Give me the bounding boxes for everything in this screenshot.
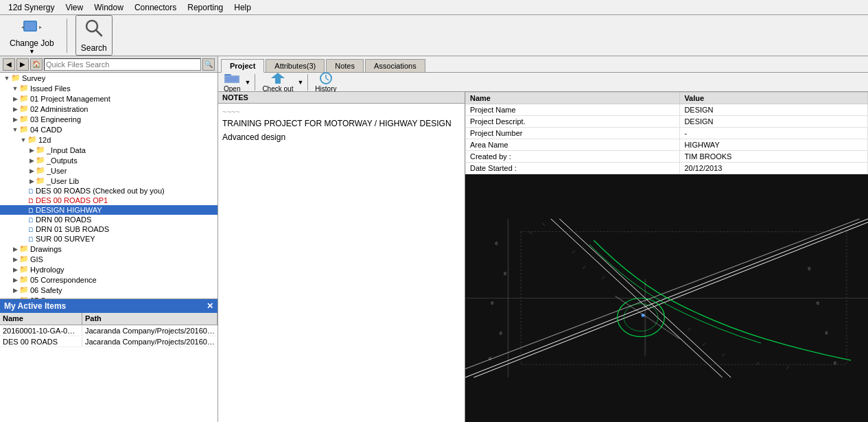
expander-hydrology[interactable]: ▶ [11, 266, 19, 273]
svg-line-24 [542, 223, 545, 226]
svg-line-28 [688, 328, 691, 331]
active-items-panel: My Active Items ✕ Name Path 20160001-10-… [0, 298, 218, 422]
svg-line-25 [572, 250, 575, 253]
expander-02[interactable]: ▶ [11, 106, 19, 113]
tree-item-hydrology[interactable]: ▶ 📁 Hydrology [0, 264, 218, 274]
props-name-5: Date Started : [466, 163, 680, 174]
tree-item-design-highway[interactable]: 🗋 DESIGN HIGHWAY [0, 205, 218, 215]
svg-text:c: c [834, 360, 836, 366]
active-items-col-name: Name [0, 313, 82, 325]
tree-item-drawings[interactable]: ▶ 📁 Drawings [0, 244, 218, 254]
expander-input[interactable]: ▶ [27, 147, 36, 154]
expander-gis[interactable]: ▶ [11, 256, 19, 263]
tree-item-outputs[interactable]: ▶ 📁 _Outputs [0, 155, 218, 165]
tree-item-01-project-mgmt[interactable]: ▶ 📁 01 Project Management [0, 93, 218, 104]
tree-item-04-cadd[interactable]: ▼ 📁 04 CADD [0, 124, 218, 134]
expander-06[interactable]: ▶ [11, 287, 19, 294]
expander-drawings[interactable]: ▶ [11, 246, 19, 253]
tree-item-des00-checked[interactable]: 🗋 DES 00 ROADS (Checked out by you) [0, 186, 218, 196]
tree-label-02: 02 Administration [30, 105, 88, 113]
tree-label-03: 03 Engineering [30, 115, 81, 124]
menu-item-window[interactable]: Window [89, 1, 129, 14]
tree-item-user-lib[interactable]: ▶ 📁 _User Lib [0, 176, 218, 186]
expander-03[interactable]: ▶ [11, 116, 19, 123]
tree-item-drn00[interactable]: 🗋 DRN 00 ROADS [0, 215, 218, 224]
folder-icon-issued: 📁 [19, 84, 29, 93]
expander-12d[interactable]: ▼ [19, 137, 27, 143]
menu-item-connectors[interactable]: Connectors [129, 1, 182, 14]
history-button[interactable]: History [312, 70, 339, 94]
tree-item-gis[interactable]: ▶ 📁 GIS [0, 254, 218, 264]
tree-item-02-admin[interactable]: ▶ 📁 02 Administration [0, 104, 218, 114]
active-item-path-1: Jacaranda Company/Projects/20160001 - En [82, 337, 218, 347]
active-items-row-0[interactable]: 20160001-10-GA-001.... Jacaranda Company… [0, 325, 218, 336]
folder-icon-input: 📁 [36, 145, 45, 154]
nav-back-button[interactable]: ◀ [3, 58, 15, 71]
expander-01[interactable]: ▶ [11, 95, 19, 102]
svg-text:c: c [491, 300, 493, 306]
main-toolbar: Change Job ▼ Search [0, 15, 868, 56]
quick-search-go-button[interactable]: 🔍 [202, 58, 215, 71]
tree-label-05: 05 Correspondence [30, 276, 97, 284]
tree-item-user[interactable]: ▶ 📁 _User [0, 165, 218, 176]
nav-up-button[interactable]: 🏠 [30, 58, 43, 71]
active-items-header: My Active Items ✕ [0, 299, 218, 313]
checkout-button[interactable]: Check out [259, 70, 296, 94]
menu-item-reporting[interactable]: Reporting [182, 1, 228, 14]
right-panel: Project Attributes(3) Notes Associations… [218, 56, 868, 422]
change-job-button[interactable]: Change Job ▼ [5, 15, 58, 56]
props-value-1: DESIGN [680, 116, 868, 128]
svg-point-22 [624, 304, 658, 331]
tree-item-sur00[interactable]: 🗋 SUR 00 SURVEY [0, 234, 218, 244]
tree-item-03-engineering[interactable]: ▶ 📁 03 Engineering [0, 114, 218, 124]
menu-item-view[interactable]: View [60, 1, 89, 14]
properties-panel: Name Value Project Name DESIGN Project D… [465, 92, 868, 422]
tree-label-04: 04 CADD [30, 126, 62, 134]
tree-item-06-safety[interactable]: ▶ 📁 06 Safety [0, 285, 218, 295]
menu-bar: 12d Synergy View Window Connectors Repor… [0, 0, 868, 15]
folder-icon-user: 📁 [36, 166, 45, 175]
tree-item-12d[interactable]: ▼ 📁 12d [0, 134, 218, 145]
tree-item-issued-files[interactable]: ▼ 📁 Issued Files [0, 83, 218, 93]
tree-item-survey[interactable]: ▼ 📁 Survey [0, 73, 218, 83]
nav-forward-button[interactable]: ▶ [16, 58, 29, 71]
svg-text:c: c [495, 239, 498, 246]
tree-label-drn00: DRN 00 ROADS [36, 215, 91, 224]
tree-item-05-correspondence[interactable]: ▶ 📁 05 Correspondence [0, 274, 218, 285]
tree-label-drn01: DRN 01 SUB ROADS [36, 225, 109, 233]
notes-line1: TRAINING PROJECT FOR MOTORWAY / HIGHWAY … [222, 119, 460, 128]
checkout-dropdown[interactable]: ▼ [297, 79, 303, 86]
expander-outputs[interactable]: ▶ [27, 157, 36, 164]
svg-line-32 [786, 366, 789, 369]
tab-associations[interactable]: Associations [365, 59, 425, 72]
tree-label-des00-op1: DES 00 ROADS OP1 [36, 196, 108, 204]
folder-icon-user-lib: 📁 [36, 176, 45, 185]
cad-preview: c c c c c c c c c [465, 174, 868, 422]
tree-item-input-data[interactable]: ▶ 📁 _Input Data [0, 145, 218, 155]
search-icon [84, 18, 104, 43]
tree-label-gis: GIS [30, 255, 43, 263]
tree-item-drn01[interactable]: 🗋 DRN 01 SUB ROADS [0, 224, 218, 234]
active-items-row-1[interactable]: DES 00 ROADS Jacaranda Company/Projects/… [0, 336, 218, 347]
open-icon [224, 71, 240, 85]
expander-user-lib[interactable]: ▶ [27, 178, 36, 185]
expander-survey[interactable]: ▼ [3, 75, 11, 82]
expander-issued-files[interactable]: ▼ [11, 85, 19, 92]
change-job-dropdown[interactable]: ▼ [29, 48, 35, 55]
svg-text:c: c [500, 330, 502, 336]
svg-text:c: c [489, 355, 491, 362]
search-button[interactable]: Search [75, 15, 113, 56]
tree-label-hydrology: Hydrology [30, 266, 64, 274]
menu-item-synergy[interactable]: 12d Synergy [3, 1, 60, 14]
expander-04[interactable]: ▼ [11, 126, 19, 133]
open-dropdown[interactable]: ▼ [244, 79, 250, 86]
tree-item-des00-op1[interactable]: 🗋 DES 00 ROADS OP1 [0, 196, 218, 205]
quick-files-search-input[interactable] [44, 58, 201, 71]
tree-label-des00-checked: DES 00 ROADS (Checked out by you) [36, 187, 165, 195]
menu-item-help[interactable]: Help [228, 1, 257, 14]
active-items-close-button[interactable]: ✕ [207, 301, 213, 311]
open-button[interactable]: Open [221, 70, 243, 94]
expander-user[interactable]: ▶ [27, 167, 36, 174]
svg-text:c: c [504, 270, 506, 276]
expander-05[interactable]: ▶ [11, 277, 19, 283]
